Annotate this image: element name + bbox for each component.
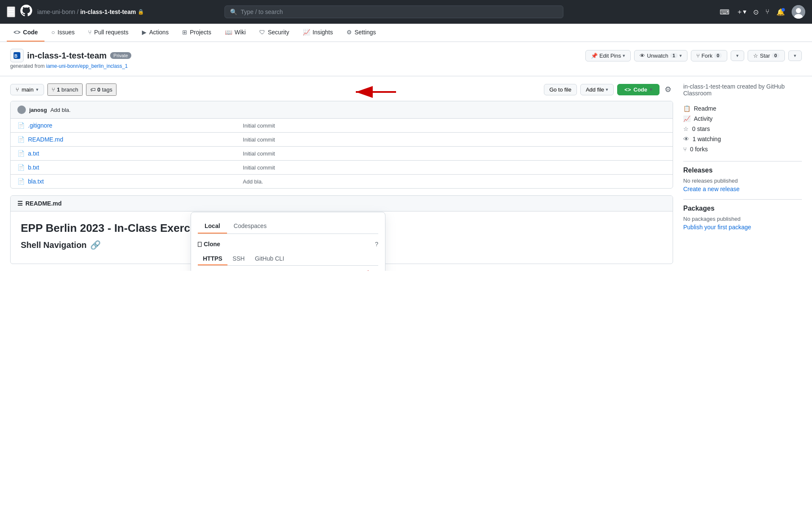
table-row: 📄 bla.txt Add bla.: [11, 175, 673, 188]
generated-from-link[interactable]: iame-uni-bonn/epp_berlin_inclass_1: [46, 63, 128, 69]
readme-list-icon: ☰: [17, 200, 23, 207]
file-name-link[interactable]: a.txt: [28, 150, 239, 157]
repo-settings-icon-btn[interactable]: ⚙: [663, 83, 673, 96]
sidebar-item-stars[interactable]: ☆ 0 stars: [683, 124, 802, 134]
create-new-btn[interactable]: ＋▾: [736, 8, 746, 17]
tab-code[interactable]: <> Code: [7, 24, 44, 42]
search-bar[interactable]: 🔍 Type / to search: [224, 6, 563, 18]
popover-tab-codespaces[interactable]: Codespaces: [227, 219, 274, 234]
tab-insights[interactable]: 📈 Insights: [296, 24, 340, 42]
file-name-link[interactable]: bla.txt: [28, 178, 239, 185]
tab-pull-requests[interactable]: ⑂ Pull requests: [81, 24, 135, 42]
fork-caret-btn[interactable]: ▾: [731, 50, 744, 61]
clone-popover: Local Codespaces ⎕ Clone ? HTTPS SSH Git…: [191, 212, 385, 271]
table-row: 📄 b.txt Initial commit: [11, 161, 673, 175]
files-toolbar: ⑂ main ▾ ⑂ 1 branch 🏷 0 tags Go to file …: [10, 83, 673, 96]
clone-title: ⎕ Clone: [198, 241, 220, 247]
file-icon: 📄: [17, 150, 25, 157]
tab-actions[interactable]: ▶ Actions: [135, 24, 175, 42]
sidebar-links: 📋 Readme 📈 Activity ☆ 0 stars 👁 1 watchi…: [683, 103, 802, 154]
commit-author-name[interactable]: janosg: [29, 107, 47, 113]
tab-security[interactable]: 🛡 Security: [252, 24, 296, 42]
releases-empty: No releases published: [683, 178, 802, 184]
fork-icon: ⑂: [696, 53, 700, 59]
unwatch-btn[interactable]: 👁 Unwatch 1 ▾: [634, 50, 687, 61]
latest-commit-row: janosg Add bla.: [11, 101, 673, 119]
packages-heading: Packages: [683, 205, 802, 212]
clone-header: ⎕ Clone ?: [198, 241, 378, 247]
popover-tab-local[interactable]: Local: [198, 219, 227, 234]
sidebar-description: in-class-1-test-team created by GitHub C…: [683, 83, 802, 97]
tab-pr-label: Pull requests: [94, 29, 128, 36]
sidebar-activity-label: Activity: [694, 115, 712, 122]
tab-settings[interactable]: ⚙ Settings: [340, 24, 383, 42]
file-icon: 📄: [17, 136, 25, 143]
create-release-link[interactable]: Create a new release: [683, 186, 740, 192]
tab-projects[interactable]: ⊞ Projects: [175, 24, 218, 42]
pull-requests-icon-btn[interactable]: ⑂: [765, 8, 770, 16]
terminal-icon-btn[interactable]: ⌨: [720, 8, 729, 16]
tab-issues-label: Issues: [58, 29, 75, 36]
file-icon: 📄: [17, 164, 25, 171]
file-name-link[interactable]: b.txt: [28, 164, 239, 171]
repo-tabs: <> Code ○ Issues ⑂ Pull requests ▶ Actio…: [0, 24, 812, 42]
file-commit-msg: Add bla.: [243, 178, 666, 185]
file-commit-msg: Initial commit: [243, 136, 666, 143]
tab-wiki-label: Wiki: [235, 29, 246, 36]
star-caret-btn[interactable]: ▾: [788, 50, 802, 61]
protocol-tabs: HTTPS SSH GitHub CLI: [198, 253, 378, 266]
repo-actions: 📌 Edit Pins ▾ 👁 Unwatch 1 ▾ ⑂ Fork 0 ▾ ☆…: [585, 50, 802, 61]
tab-wiki[interactable]: 📖 Wiki: [218, 24, 252, 42]
tags-count-btn[interactable]: 🏷 0 tags: [86, 83, 116, 96]
nav-icons: ⌨ ＋▾ ⊙ ⑂ 🔔: [720, 5, 805, 19]
branch-count-icon: ⑂: [52, 86, 55, 93]
file-name-link[interactable]: README.md: [28, 136, 239, 143]
packages-section: Packages No packages published Publish y…: [683, 205, 802, 231]
user-avatar[interactable]: [792, 5, 805, 19]
tab-projects-label: Projects: [190, 29, 211, 36]
notification-dot: [782, 8, 785, 11]
svg-point-1: [796, 8, 801, 13]
star-btn[interactable]: ☆ Star 0: [748, 50, 785, 61]
clone-help-icon[interactable]: ?: [375, 241, 378, 247]
https-tab[interactable]: HTTPS: [198, 253, 227, 265]
go-to-file-btn[interactable]: Go to file: [544, 84, 577, 95]
hamburger-menu[interactable]: ☰: [7, 6, 15, 17]
readme-filename: README.md: [25, 200, 62, 207]
add-file-btn[interactable]: Add file ▾: [580, 84, 614, 95]
notifications-icon-btn[interactable]: 🔔: [776, 8, 785, 16]
projects-tab-icon: ⊞: [182, 29, 187, 36]
clone-icon: ⎕: [198, 241, 201, 247]
sidebar-item-watching[interactable]: 👁 1 watching: [683, 134, 802, 144]
releases-heading: Releases: [683, 167, 802, 174]
sidebar-item-forks[interactable]: ⑂ 0 forks: [683, 144, 802, 154]
file-name-link[interactable]: .gitignore: [28, 122, 239, 129]
file-commit-msg: Initial commit: [243, 122, 666, 129]
repo-name[interactable]: in-class-1-test-team: [80, 8, 136, 15]
tab-security-label: Security: [268, 29, 289, 36]
branch-count-btn[interactable]: ⑂ 1 branch: [47, 83, 83, 96]
ssh-tab[interactable]: SSH: [227, 253, 250, 265]
branch-selector[interactable]: ⑂ main ▾: [10, 84, 44, 95]
publish-package-link[interactable]: Publish your first package: [683, 224, 751, 231]
watch-icon: 👁: [683, 136, 689, 142]
issues-icon-btn[interactable]: ⊙: [753, 8, 759, 16]
svg-text:B: B: [14, 54, 17, 58]
link-anchor-icon: 🔗: [90, 240, 101, 250]
table-row: 📄 .gitignore Initial commit: [11, 119, 673, 133]
file-icon: 📄: [17, 122, 25, 129]
fork-btn[interactable]: ⑂ Fork 0: [691, 50, 727, 61]
edit-pins-btn[interactable]: 📌 Edit Pins ▾: [585, 50, 631, 61]
commit-author-avatar: [17, 106, 26, 114]
code-dropdown-btn[interactable]: <> Code ▾: [617, 84, 660, 95]
activity-icon: 📈: [683, 115, 690, 122]
tab-issues[interactable]: ○ Issues: [44, 24, 81, 42]
sidebar-item-activity[interactable]: 📈 Activity: [683, 114, 802, 124]
org-name[interactable]: iame-uni-bonn: [37, 8, 75, 15]
github-cli-tab[interactable]: GitHub CLI: [250, 253, 289, 265]
sidebar-divider-2: [683, 199, 802, 200]
repo-title: in-class-1-test-team: [27, 51, 107, 61]
sidebar-item-readme[interactable]: 📋 Readme: [683, 103, 802, 114]
generated-from: generated from iame-uni-bonn/epp_berlin_…: [10, 63, 802, 69]
fork-sidebar-icon: ⑂: [683, 146, 687, 153]
